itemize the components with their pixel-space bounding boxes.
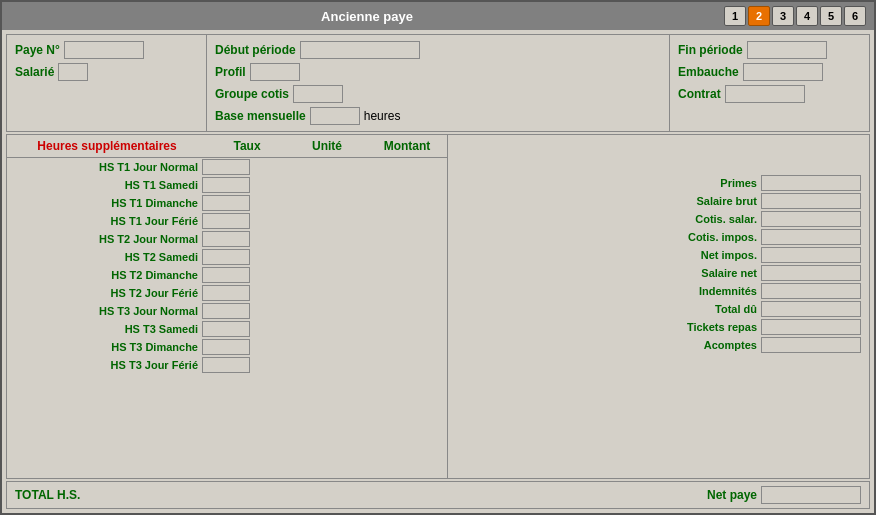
fin-periode-row: Fin période bbox=[678, 41, 861, 59]
heures-text: heures bbox=[364, 109, 401, 123]
profil-row: Profil bbox=[215, 63, 661, 81]
hs-row-taux-9[interactable] bbox=[202, 321, 250, 337]
right-input-0[interactable] bbox=[761, 175, 861, 191]
right-input-2[interactable] bbox=[761, 211, 861, 227]
profil-label: Profil bbox=[215, 65, 246, 79]
right-label-0: Primes bbox=[720, 177, 757, 189]
hs-row: HS T2 Jour Normal bbox=[7, 230, 447, 248]
fin-periode-input[interactable] bbox=[747, 41, 827, 59]
salarie-label: Salarié bbox=[15, 65, 54, 79]
hs-row: HS T3 Jour Férié bbox=[7, 356, 447, 374]
contrat-row: Contrat bbox=[678, 85, 861, 103]
hs-row-label-0: HS T1 Jour Normal bbox=[7, 161, 202, 173]
hs-table: Heures supplémentaires Taux Unité Montan… bbox=[7, 135, 448, 478]
hs-row-taux-1[interactable] bbox=[202, 177, 250, 193]
base-mensuelle-input[interactable] bbox=[310, 107, 360, 125]
tab-2[interactable]: 2 bbox=[748, 6, 770, 26]
col-heures-sup: Heures supplémentaires bbox=[7, 137, 207, 155]
hs-row: HS T1 Jour Férié bbox=[7, 212, 447, 230]
right-panel: Primes Salaire brut Cotis. salar. Cotis.… bbox=[448, 135, 869, 478]
right-input-7[interactable] bbox=[761, 301, 861, 317]
debut-periode-input[interactable] bbox=[300, 41, 420, 59]
contrat-label: Contrat bbox=[678, 87, 721, 101]
hs-row-taux-11[interactable] bbox=[202, 357, 250, 373]
main-section: Heures supplémentaires Taux Unité Montan… bbox=[6, 134, 870, 479]
hs-rows: HS T1 Jour Normal HS T1 Samedi HS T1 Dim… bbox=[7, 158, 447, 478]
contrat-input[interactable] bbox=[725, 85, 805, 103]
profil-input[interactable] bbox=[250, 63, 300, 81]
groupe-cotis-row: Groupe cotis bbox=[215, 85, 661, 103]
right-input-4[interactable] bbox=[761, 247, 861, 263]
hs-row-label-6: HS T2 Dimanche bbox=[7, 269, 202, 281]
right-input-3[interactable] bbox=[761, 229, 861, 245]
hs-row: HS T2 Jour Férié bbox=[7, 284, 447, 302]
bottom-bar: TOTAL H.S. Net paye bbox=[6, 481, 870, 509]
hs-row-taux-10[interactable] bbox=[202, 339, 250, 355]
groupe-cotis-input[interactable] bbox=[293, 85, 343, 103]
hs-row-taux-0[interactable] bbox=[202, 159, 250, 175]
hs-row-taux-8[interactable] bbox=[202, 303, 250, 319]
content-area: Paye N° Salarié Début période Profil bbox=[2, 30, 874, 513]
hs-row-label-2: HS T1 Dimanche bbox=[7, 197, 202, 209]
paye-no-row: Paye N° bbox=[15, 41, 198, 59]
hs-row-taux-6[interactable] bbox=[202, 267, 250, 283]
top-middle-panel: Début période Profil Groupe cotis Base m… bbox=[207, 35, 669, 131]
right-label-9: Acomptes bbox=[704, 339, 757, 351]
window-title: Ancienne paye bbox=[10, 9, 724, 24]
col-montant: Montant bbox=[367, 137, 447, 155]
top-section: Paye N° Salarié Début période Profil bbox=[6, 34, 870, 132]
tab-3[interactable]: 3 bbox=[772, 6, 794, 26]
right-panel-row: Acomptes bbox=[456, 337, 861, 353]
right-panel-row: Total dû bbox=[456, 301, 861, 317]
net-paye-input[interactable] bbox=[761, 486, 861, 504]
fin-periode-label: Fin période bbox=[678, 43, 743, 57]
col-unite: Unité bbox=[287, 137, 367, 155]
hs-row-taux-7[interactable] bbox=[202, 285, 250, 301]
tab-5[interactable]: 5 bbox=[820, 6, 842, 26]
total-hs-label: TOTAL H.S. bbox=[15, 488, 80, 502]
right-input-6[interactable] bbox=[761, 283, 861, 299]
tab-6[interactable]: 6 bbox=[844, 6, 866, 26]
top-left-panel: Paye N° Salarié bbox=[7, 35, 207, 131]
hs-row: HS T3 Jour Normal bbox=[7, 302, 447, 320]
hs-row: HS T2 Samedi bbox=[7, 248, 447, 266]
right-label-6: Indemnités bbox=[699, 285, 757, 297]
right-panel-row: Cotis. impos. bbox=[456, 229, 861, 245]
tab-buttons: 1 2 3 4 5 6 bbox=[724, 6, 866, 26]
right-input-8[interactable] bbox=[761, 319, 861, 335]
hs-row: HS T3 Dimanche bbox=[7, 338, 447, 356]
right-label-5: Salaire net bbox=[701, 267, 757, 279]
tab-1[interactable]: 1 bbox=[724, 6, 746, 26]
right-label-7: Total dû bbox=[715, 303, 757, 315]
right-label-4: Net impos. bbox=[701, 249, 757, 261]
right-panel-row: Tickets repas bbox=[456, 319, 861, 335]
hs-row: HS T1 Samedi bbox=[7, 176, 447, 194]
hs-row-taux-3[interactable] bbox=[202, 213, 250, 229]
debut-periode-row: Début période bbox=[215, 41, 661, 59]
net-paye-label: Net paye bbox=[707, 488, 757, 502]
hs-row-label-10: HS T3 Dimanche bbox=[7, 341, 202, 353]
hs-row-label-5: HS T2 Samedi bbox=[7, 251, 202, 263]
hs-row: HS T2 Dimanche bbox=[7, 266, 447, 284]
hs-row-taux-4[interactable] bbox=[202, 231, 250, 247]
right-label-2: Cotis. salar. bbox=[695, 213, 757, 225]
embauche-row: Embauche bbox=[678, 63, 861, 81]
right-input-1[interactable] bbox=[761, 193, 861, 209]
hs-row: HS T1 Jour Normal bbox=[7, 158, 447, 176]
base-mensuelle-label: Base mensuelle bbox=[215, 109, 306, 123]
hs-row-label-4: HS T2 Jour Normal bbox=[7, 233, 202, 245]
hs-row-taux-5[interactable] bbox=[202, 249, 250, 265]
right-panel-row: Indemnités bbox=[456, 283, 861, 299]
right-panel-row: Primes bbox=[456, 175, 861, 191]
right-input-9[interactable] bbox=[761, 337, 861, 353]
hs-row-label-7: HS T2 Jour Férié bbox=[7, 287, 202, 299]
embauche-label: Embauche bbox=[678, 65, 739, 79]
embauche-input[interactable] bbox=[743, 63, 823, 81]
hs-table-header: Heures supplémentaires Taux Unité Montan… bbox=[7, 135, 447, 158]
tab-4[interactable]: 4 bbox=[796, 6, 818, 26]
salarie-input[interactable] bbox=[58, 63, 88, 81]
hs-row-taux-2[interactable] bbox=[202, 195, 250, 211]
right-label-8: Tickets repas bbox=[687, 321, 757, 333]
right-input-5[interactable] bbox=[761, 265, 861, 281]
paye-no-input[interactable] bbox=[64, 41, 144, 59]
